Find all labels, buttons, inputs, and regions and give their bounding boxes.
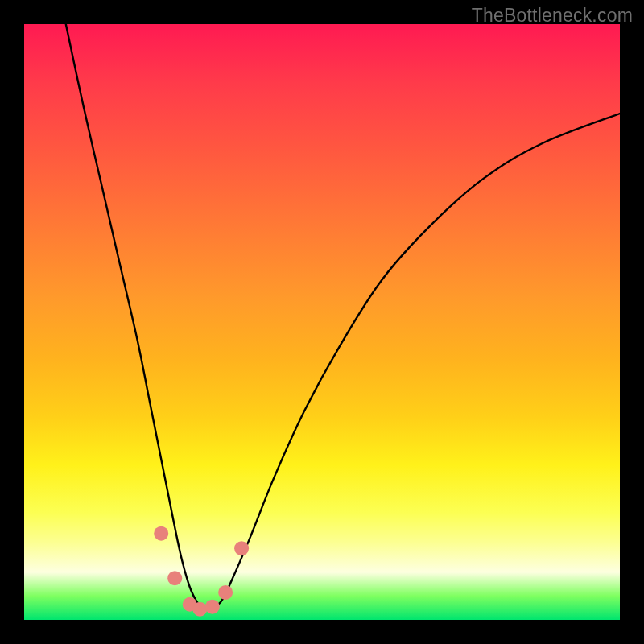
marker-dot <box>192 602 207 617</box>
marker-group <box>154 526 249 617</box>
marker-dot <box>167 571 182 585</box>
chart-frame: TheBottleneck.com <box>0 0 644 644</box>
marker-dot <box>234 541 249 555</box>
marker-dot <box>218 585 233 600</box>
marker-dot <box>154 526 168 541</box>
plot-area <box>24 24 620 620</box>
watermark-text: TheBottleneck.com <box>472 5 633 27</box>
curve-svg <box>24 24 620 620</box>
marker-dot <box>205 600 220 614</box>
bottleneck-curve <box>66 24 620 609</box>
